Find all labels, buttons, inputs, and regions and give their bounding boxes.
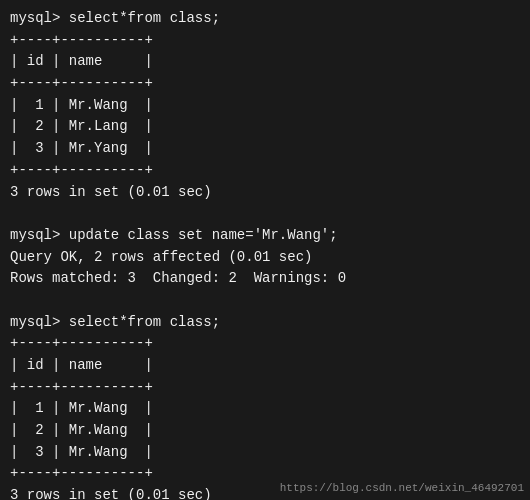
terminal-line: mysql> select*from class; (10, 8, 520, 30)
terminal-line: | id | name | (10, 355, 520, 377)
terminal-line: 3 rows in set (0.01 sec) (10, 182, 520, 204)
terminal-line: | 2 | Mr.Lang | (10, 116, 520, 138)
terminal-window: mysql> select*from class;+----+---------… (0, 0, 530, 500)
terminal-line: +----+----------+ (10, 30, 520, 52)
terminal-line: | 2 | Mr.Wang | (10, 420, 520, 442)
terminal-line: +----+----------+ (10, 73, 520, 95)
terminal-line: Rows matched: 3 Changed: 2 Warnings: 0 (10, 268, 520, 290)
terminal-line: mysql> update class set name='Mr.Wang'; (10, 225, 520, 247)
terminal-line (10, 290, 520, 312)
terminal-line: | 3 | Mr.Wang | (10, 442, 520, 464)
terminal-line: +----+----------+ (10, 160, 520, 182)
terminal-line: | 3 | Mr.Yang | (10, 138, 520, 160)
terminal-line: mysql> select*from class; (10, 312, 520, 334)
terminal-line: | 1 | Mr.Wang | (10, 95, 520, 117)
terminal-line: +----+----------+ (10, 377, 520, 399)
terminal-line: | id | name | (10, 51, 520, 73)
terminal-line: +----+----------+ (10, 333, 520, 355)
watermark-text: https://blog.csdn.net/weixin_46492701 (280, 482, 524, 494)
terminal-line: Query OK, 2 rows affected (0.01 sec) (10, 247, 520, 269)
terminal-line (10, 203, 520, 225)
terminal-line: | 1 | Mr.Wang | (10, 398, 520, 420)
